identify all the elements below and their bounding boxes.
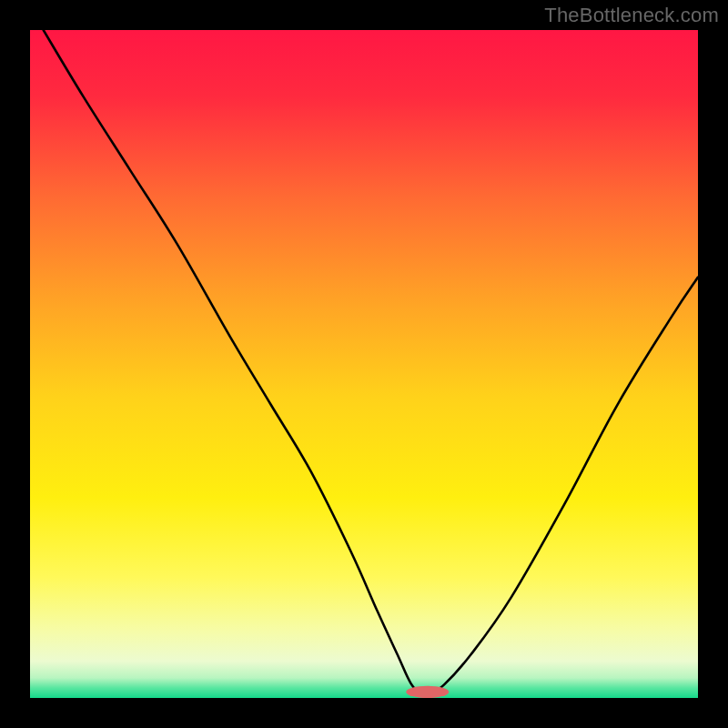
optimal-marker <box>406 686 449 698</box>
chart-frame: TheBottleneck.com <box>0 0 728 728</box>
bottleneck-chart <box>30 30 698 698</box>
watermark-text: TheBottleneck.com <box>544 4 719 27</box>
gradient-background <box>30 30 698 698</box>
plot-area <box>30 30 698 698</box>
